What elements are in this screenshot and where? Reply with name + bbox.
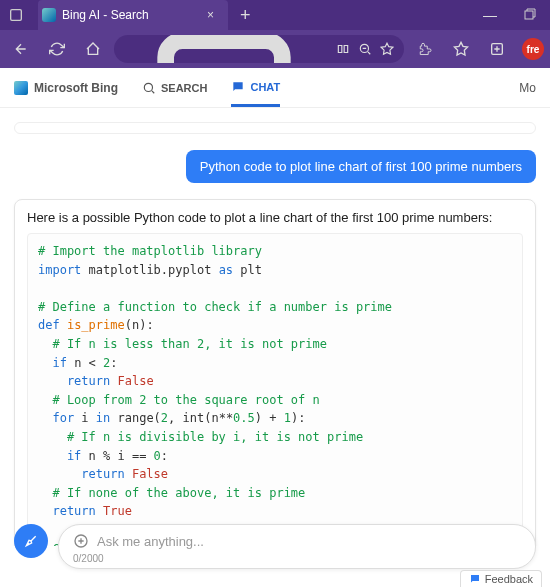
code-block: # Import the matplotlib library import m… bbox=[27, 233, 523, 546]
favorites-bar-icon[interactable] bbox=[446, 34, 476, 64]
svg-point-5 bbox=[144, 83, 152, 91]
chat-body: Python code to plot line chart of first … bbox=[0, 108, 550, 546]
bing-header: Microsoft Bing SEARCH CHAT Mo bbox=[0, 68, 550, 108]
tabs-overview-icon[interactable] bbox=[8, 7, 24, 23]
feedback-icon bbox=[469, 573, 481, 585]
address-bar[interactable]: https://www.bing.com/sear... bbox=[114, 35, 404, 63]
chat-icon bbox=[231, 80, 245, 94]
reading-mode-icon[interactable] bbox=[336, 42, 350, 56]
nav-chat[interactable]: CHAT bbox=[231, 80, 280, 107]
minimize-button[interactable]: — bbox=[470, 7, 510, 23]
user-message: Python code to plot line chart of first … bbox=[186, 150, 536, 183]
nav-search[interactable]: SEARCH bbox=[142, 81, 207, 95]
new-topic-button[interactable] bbox=[14, 524, 48, 558]
feedback-button[interactable]: Feedback bbox=[460, 570, 542, 587]
ai-response-card: Here is a possible Python code to plot a… bbox=[14, 199, 536, 546]
tab-favicon bbox=[42, 8, 56, 22]
input-area: 0/2000 bbox=[0, 524, 550, 569]
new-tab-button[interactable]: + bbox=[228, 5, 263, 26]
chat-input-box[interactable]: 0/2000 bbox=[58, 524, 536, 569]
close-tab-icon[interactable]: × bbox=[201, 8, 220, 22]
bing-logo-icon bbox=[14, 81, 28, 95]
window-titlebar: Bing AI - Search × + — bbox=[0, 0, 550, 30]
refresh-button[interactable] bbox=[42, 34, 72, 64]
profile-avatar[interactable]: fre bbox=[522, 38, 544, 60]
prev-card bbox=[14, 122, 536, 134]
restore-button[interactable] bbox=[510, 7, 550, 23]
svg-rect-1 bbox=[525, 11, 533, 19]
brand-text: Microsoft Bing bbox=[34, 81, 118, 95]
collections-icon[interactable] bbox=[482, 34, 512, 64]
chat-input[interactable] bbox=[97, 534, 521, 549]
lock-icon bbox=[124, 35, 324, 63]
keyboard-icon bbox=[73, 533, 89, 549]
svg-rect-2 bbox=[166, 41, 283, 63]
browser-toolbar: https://www.bing.com/sear... fre bbox=[0, 30, 550, 68]
search-icon bbox=[142, 81, 156, 95]
brand-logo[interactable]: Microsoft Bing bbox=[14, 81, 118, 95]
extensions-icon[interactable] bbox=[410, 34, 440, 64]
browser-tab[interactable]: Bing AI - Search × bbox=[38, 0, 228, 30]
ai-intro-text: Here is a possible Python code to plot a… bbox=[27, 210, 523, 225]
svg-rect-0 bbox=[11, 10, 22, 21]
zoom-out-icon[interactable] bbox=[358, 42, 372, 56]
back-button[interactable] bbox=[6, 34, 36, 64]
char-counter: 0/2000 bbox=[73, 553, 521, 564]
nav-more[interactable]: Mo bbox=[519, 81, 536, 95]
tab-title: Bing AI - Search bbox=[62, 8, 201, 22]
favorite-icon[interactable] bbox=[380, 42, 394, 56]
home-button[interactable] bbox=[78, 34, 108, 64]
